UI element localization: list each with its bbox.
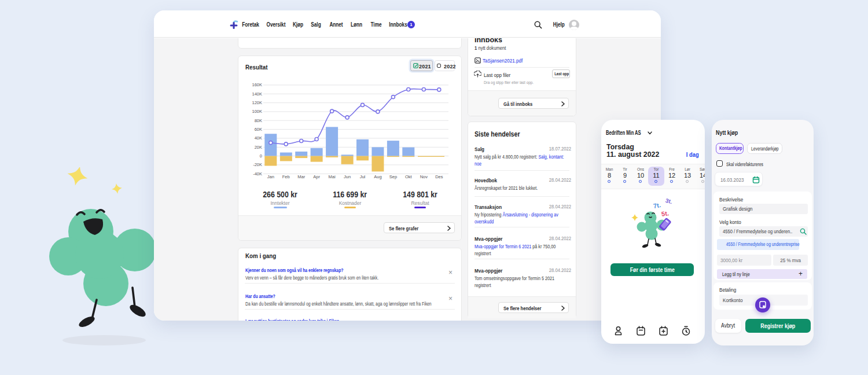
svg-text:Mar: Mar — [297, 174, 305, 179]
svg-text:-20K: -20K — [253, 162, 262, 167]
svg-text:160K: 160K — [252, 82, 262, 87]
svg-text:Apr: Apr — [313, 174, 320, 179]
svg-text:Aug: Aug — [374, 174, 381, 179]
svg-text:140K: 140K — [252, 91, 262, 97]
svg-text:Jan: Jan — [267, 174, 274, 179]
svg-text:100K: 100K — [252, 109, 262, 114]
svg-text:20K: 20K — [255, 145, 262, 150]
svg-text:0: 0 — [260, 153, 262, 159]
svg-text:120K: 120K — [252, 100, 262, 105]
svg-text:Feb: Feb — [282, 174, 290, 179]
svg-text:40K: 40K — [255, 135, 262, 141]
svg-text:Jun: Jun — [344, 174, 351, 179]
svg-text:Sep: Sep — [389, 174, 397, 179]
svg-text:Okt: Okt — [405, 174, 413, 179]
svg-text:80K: 80K — [255, 118, 262, 123]
svg-text:-40K: -40K — [253, 171, 262, 177]
svg-text:Nov: Nov — [420, 174, 428, 179]
svg-text:Mai: Mai — [329, 174, 336, 179]
svg-text:Des: Des — [435, 174, 443, 179]
svg-text:60K: 60K — [255, 127, 262, 132]
svg-text:Jul: Jul — [360, 174, 366, 179]
